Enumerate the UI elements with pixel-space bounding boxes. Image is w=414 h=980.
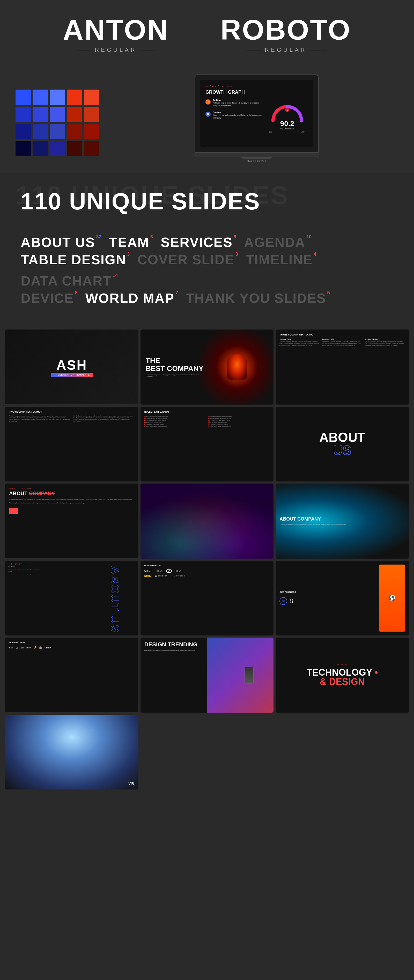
laptop-title: GROWTH GRAPH	[205, 89, 308, 95]
slide-aus-header: — Strategy ——	[8, 563, 136, 565]
partner3-uber: UBER	[44, 646, 51, 649]
slide-vr: VR	[5, 715, 138, 789]
color-swatch	[33, 141, 48, 156]
cat-team-label: TEAM	[109, 235, 149, 249]
bullet-cols: Lorem ipsum dolor sit amet consectetur A…	[144, 415, 270, 428]
partners-2-right: ⚽	[379, 565, 405, 632]
dt-text: Lorem ipsum dolor sit amet consectetur a…	[144, 650, 214, 652]
slide-bullet: BULLET LIST LAYOUT Lorem ipsum dolor sit…	[141, 407, 274, 482]
slide-ac-header: — About Us ——	[9, 487, 135, 489]
chain-logo: ⛓	[290, 599, 293, 603]
slides-main-text: 110 UNIQUE SLIDES	[21, 188, 393, 215]
slide-three-col: THREE COLUMN TEXT LAYOUT Company History…	[276, 329, 409, 404]
gauge-container: ♥ 90.2 Our Growth Rate 0% 100%	[266, 99, 308, 133]
slides-grid: ASH PRESENTATION TEMPLATE THEBEST COMPAN…	[5, 329, 409, 789]
slide-bestcompany-title: THEBEST COMPANY	[146, 357, 268, 373]
slide-ac-title: ABOUT COMPANY	[9, 490, 135, 496]
slide-acr-title: ABOUT COMPANY	[279, 516, 405, 522]
color-swatch	[84, 107, 99, 122]
laptop-icon-1: ⚡	[205, 99, 211, 105]
cat-about-us-label: ABOUT US	[21, 235, 95, 249]
partner-robocon: 🤖 Robocon	[155, 575, 168, 577]
two-col-content: Available is a great resource in many wi…	[9, 415, 135, 477]
gauge-range: 0% 100%	[269, 131, 305, 133]
cat-thank-you: THANK YOU SLIDES5	[186, 291, 330, 305]
cat-world-map-label: WORLD MAP	[86, 291, 174, 305]
partner3-solr: Solr	[9, 646, 14, 649]
color-swatches	[16, 89, 99, 156]
cat-data-chart-label: DATA CHART	[21, 274, 111, 288]
laptop-item-1: ⚡ Budding All then it prop at some dista…	[205, 99, 263, 107]
slides-count-section: 110 UNIQUE SLIDES 110 UNIQUE SLIDES	[0, 173, 414, 231]
partner3-logo: △ Logo	[16, 646, 24, 649]
react-logo: ⚛	[279, 597, 287, 605]
cat-team-count: 6	[150, 234, 153, 240]
cat-world-map-count: 7	[175, 290, 178, 296]
partners-row-1: UBER Solr 🔑 Solr	[144, 570, 270, 573]
slide-bestcompany: THEBEST COMPANY A presentation template …	[141, 329, 274, 404]
slide-design-trending: DESIGN TRENDING Lorem ipsum dolor sit am…	[141, 638, 274, 713]
slide-aus-strategy-label: STRATEGY	[8, 566, 92, 568]
partner3-robocon: 🤖	[39, 646, 42, 649]
color-swatch	[84, 89, 99, 105]
laptop-item-1-text: Budding All then it prop at some distant…	[213, 99, 263, 107]
cat-thank-you-count: 5	[327, 290, 330, 296]
partner-nick-1: nick	[144, 574, 151, 577]
laptop-section: — Data Chart —— GROWTH GRAPH ⚡ Budding A…	[0, 64, 414, 173]
partners-3-title: OUR PARTNERS	[9, 641, 135, 644]
vr-label: VR	[128, 781, 134, 786]
slide-aus-content: STRATEGY Lorem ipsum dolor sit amet cons…	[8, 566, 136, 633]
partner-solr-1: Solr	[157, 570, 162, 572]
laptop-screen-header: — Data Chart ——	[205, 85, 308, 88]
slide-aus-strategy-text: Lorem ipsum dolor sit amet consectetur a…	[8, 568, 92, 570]
partner-uber-1: UBER	[144, 570, 153, 572]
three-col-col-3: Company Mission Typewriter is a piece of…	[365, 338, 405, 401]
slide-ash-sub: PRESENTATION TEMPLATE	[51, 373, 93, 377]
cat-world-map: WORLD MAP7	[86, 291, 178, 305]
concert-lights	[141, 484, 274, 558]
bullet-col-1: Lorem ipsum dolor sit amet consectetur A…	[144, 415, 206, 428]
slide-bullet-title: BULLET LIST LAYOUT	[144, 410, 270, 413]
cat-agenda-count: 10	[306, 234, 311, 240]
font-anton-name: ANTON	[63, 16, 169, 44]
gauge-max: 100%	[301, 131, 305, 133]
cat-about-us: ABOUT US32	[21, 235, 102, 249]
color-swatch	[67, 89, 82, 105]
font-anton: ANTON REGULAR	[63, 16, 169, 53]
slide-about-company-right: ABOUT COMPANY A company or business is a…	[276, 484, 409, 558]
slide-aus-vertical-text: ABOUT US	[110, 566, 119, 633]
cat-data-chart-count: 14	[113, 273, 118, 278]
partners-2-icon: ⚽	[389, 595, 396, 601]
partners-2-logos: ⚛ ⛓	[279, 597, 375, 605]
color-swatch	[16, 141, 31, 156]
three-col-col-2: Company Profile Typewriter is a piece of…	[322, 338, 363, 401]
tech-title: TECHNOLOGY •	[307, 668, 378, 677]
laptop-items: ⚡ Budding All then it prop at some dista…	[205, 99, 263, 123]
slide-bestcompany-text: A presentation template is a set of grap…	[146, 374, 201, 377]
laptop-item-2: 🔄 Seeding Apparently we had reached a gr…	[205, 111, 263, 119]
tech-small-header: — — —	[337, 663, 347, 665]
cat-cover-slide: COVER SLIDE3	[137, 253, 238, 266]
cat-timeline-count: 4	[314, 251, 316, 257]
macbook-label: MacBook Pro	[195, 160, 319, 162]
slide-two-col-title: TWO COLUMN TEXT LAYOUT	[9, 410, 135, 413]
cat-table-design-count: 3	[127, 251, 130, 257]
partner3-nick: nick	[26, 646, 31, 649]
color-swatch	[50, 107, 65, 122]
cat-team: TEAM6	[109, 235, 153, 249]
three-col-content: Company History Typewriter is a piece of…	[279, 338, 405, 401]
cat-services-count: 9	[234, 234, 236, 240]
color-swatch	[67, 141, 82, 156]
categories-section: ABOUT US32 TEAM6 SERVICES9 AGENDA10 TABL…	[0, 231, 414, 325]
font-roboto-name: ROBOTO	[220, 16, 351, 44]
bullet-col-2: Lorem ipsum dolor sit amet consectetur A…	[208, 415, 270, 428]
cat-cover-slide-count: 3	[235, 251, 238, 257]
cat-timeline: TIMELINE4	[246, 253, 316, 266]
partners-1-title: OUR PARTNERS	[144, 565, 270, 567]
cat-services-label: SERVICES	[161, 235, 233, 249]
two-col-col-1: Available is a great resource in many wi…	[9, 415, 70, 477]
categories-row-2: TABLE DESIGN3 COVER SLIDE3 TIMELINE4 DAT…	[21, 253, 393, 288]
cat-about-us-count: 32	[96, 234, 102, 240]
slide-acr-text: A company or business is always a great …	[279, 524, 405, 526]
slide-ash: ASH PRESENTATION TEMPLATE	[5, 329, 138, 404]
